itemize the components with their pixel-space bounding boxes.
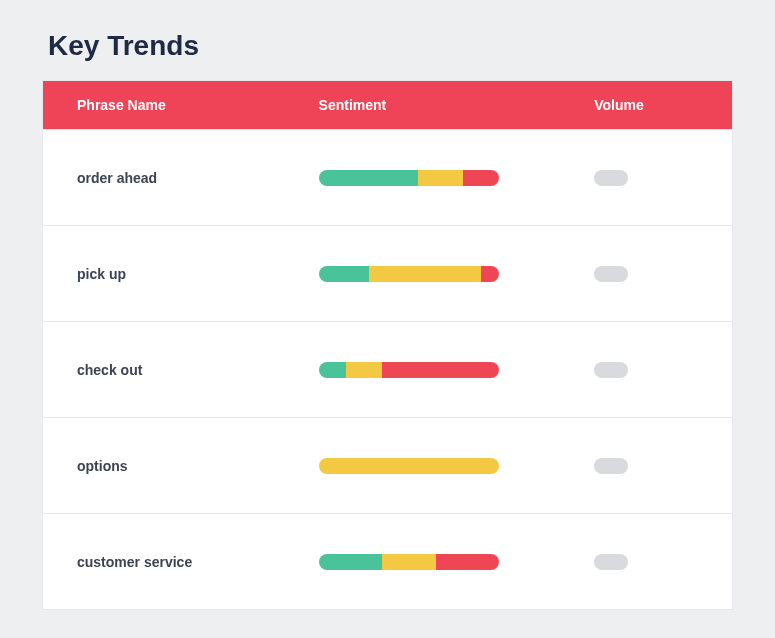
sentiment-neutral-segment bbox=[369, 266, 481, 282]
sentiment-cell bbox=[319, 458, 595, 474]
sentiment-bar bbox=[319, 170, 499, 186]
volume-cell bbox=[594, 266, 732, 282]
key-trends-table: Phrase Name Sentiment Volume order ahead… bbox=[42, 80, 733, 610]
volume-cell bbox=[594, 458, 732, 474]
phrase-cell: pick up bbox=[43, 266, 319, 282]
volume-pill bbox=[594, 362, 628, 378]
volume-cell bbox=[594, 554, 732, 570]
column-header-volume: Volume bbox=[594, 97, 732, 113]
sentiment-positive-segment bbox=[319, 554, 382, 570]
sentiment-cell bbox=[319, 170, 595, 186]
volume-pill bbox=[594, 266, 628, 282]
volume-pill bbox=[594, 554, 628, 570]
sentiment-negative-segment bbox=[382, 362, 499, 378]
table-row[interactable]: order ahead bbox=[43, 129, 732, 225]
sentiment-bar bbox=[319, 266, 499, 282]
volume-cell bbox=[594, 362, 732, 378]
sentiment-neutral-segment bbox=[418, 170, 463, 186]
sentiment-positive-segment bbox=[319, 362, 346, 378]
sentiment-cell bbox=[319, 266, 595, 282]
page-title: Key Trends bbox=[48, 30, 733, 62]
sentiment-positive-segment bbox=[319, 266, 369, 282]
sentiment-positive-segment bbox=[319, 170, 418, 186]
volume-pill bbox=[594, 170, 628, 186]
volume-cell bbox=[594, 170, 732, 186]
phrase-cell: customer service bbox=[43, 554, 319, 570]
phrase-cell: order ahead bbox=[43, 170, 319, 186]
phrase-cell: options bbox=[43, 458, 319, 474]
sentiment-neutral-segment bbox=[382, 554, 436, 570]
table-row[interactable]: check out bbox=[43, 321, 732, 417]
sentiment-bar bbox=[319, 554, 499, 570]
sentiment-negative-segment bbox=[481, 266, 499, 282]
table-header-row: Phrase Name Sentiment Volume bbox=[43, 81, 732, 129]
sentiment-neutral-segment bbox=[346, 362, 382, 378]
column-header-sentiment: Sentiment bbox=[319, 97, 595, 113]
sentiment-bar bbox=[319, 458, 499, 474]
sentiment-negative-segment bbox=[463, 170, 499, 186]
phrase-cell: check out bbox=[43, 362, 319, 378]
table-row[interactable]: options bbox=[43, 417, 732, 513]
table-row[interactable]: customer service bbox=[43, 513, 732, 609]
column-header-phrase: Phrase Name bbox=[43, 97, 319, 113]
volume-pill bbox=[594, 458, 628, 474]
sentiment-cell bbox=[319, 362, 595, 378]
table-row[interactable]: pick up bbox=[43, 225, 732, 321]
sentiment-bar bbox=[319, 362, 499, 378]
sentiment-neutral-segment bbox=[319, 458, 499, 474]
sentiment-negative-segment bbox=[436, 554, 499, 570]
sentiment-cell bbox=[319, 554, 595, 570]
